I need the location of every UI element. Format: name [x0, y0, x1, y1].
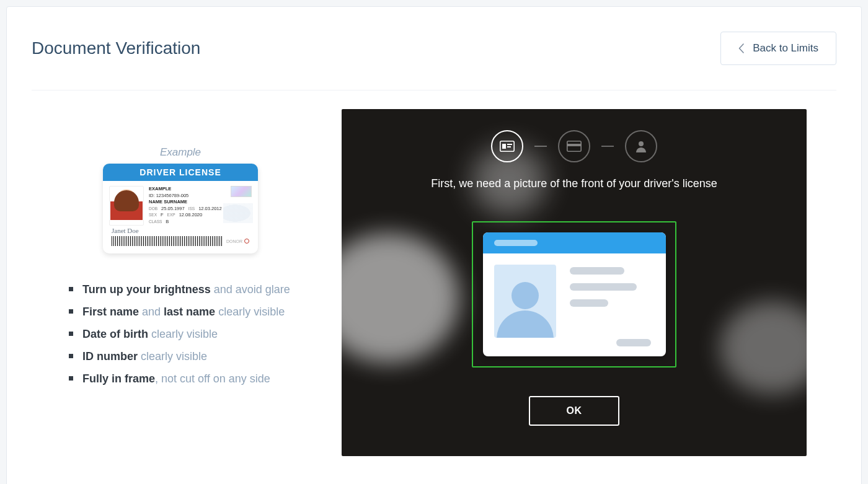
content: Example DRIVER LICENSE EXAMPLE ID: 12345…: [32, 109, 836, 456]
step-selfie[interactable]: [625, 130, 657, 162]
dl-donor: DONOR: [226, 239, 249, 244]
person-icon: [635, 140, 647, 152]
dl-exp-label: EXP: [167, 212, 175, 219]
id-card-back-icon: [567, 141, 582, 152]
svg-rect-5: [567, 144, 581, 146]
dl-exp: 12.08.2020: [179, 212, 203, 219]
dl-title: DRIVER LICENSE: [103, 164, 258, 181]
page-title: Document Verification: [32, 38, 200, 58]
camera-panel: First, we need a picture of the front of…: [342, 109, 807, 456]
id-card-front-icon: [500, 141, 515, 152]
tip-item: Fully in frame, not cut off on any side: [69, 367, 329, 390]
dl-class: B: [166, 219, 169, 226]
dl-id: ID: 123456789-005: [149, 193, 222, 200]
dl-sex-label: SEX: [149, 212, 157, 219]
tip-item: Date of birth clearly visible: [69, 323, 329, 345]
dl-dob: 25.05.1997: [161, 206, 185, 213]
dl-class-label: CLASS: [149, 219, 162, 226]
back-button-label: Back to Limits: [753, 42, 818, 55]
tip-item: ID number clearly visible: [69, 345, 329, 367]
dl-iss: 12.03.2012: [198, 206, 222, 213]
stepper: [491, 130, 657, 162]
dl-info: EXAMPLE ID: 123456789-005 NAME SURNAME D…: [149, 186, 222, 226]
example-column: Example DRIVER LICENSE EXAMPLE ID: 12345…: [32, 109, 329, 456]
dl-example-label: EXAMPLE: [149, 186, 222, 193]
avatar-placeholder-icon: [494, 265, 556, 338]
svg-point-6: [639, 141, 644, 146]
donor-dot-icon: [244, 239, 249, 244]
dl-dob-label: DOB: [149, 206, 157, 213]
step-back-id[interactable]: [558, 130, 590, 162]
ok-button[interactable]: OK: [529, 396, 619, 426]
back-to-limits-button[interactable]: Back to Limits: [720, 32, 836, 65]
svg-rect-3: [507, 146, 511, 147]
svg-rect-1: [502, 144, 506, 149]
svg-rect-2: [507, 144, 512, 145]
tip-item: First name and last name clearly visible: [69, 301, 329, 323]
tips-list: Turn up your brightness and avoid glare …: [32, 278, 329, 390]
capture-frame: [472, 221, 676, 367]
verification-card: Document Verification Back to Limits Exa…: [6, 6, 862, 484]
portrait-icon: [109, 186, 144, 226]
dl-name: NAME SURNAME: [149, 199, 222, 206]
step-connector: [601, 146, 614, 147]
chevron-left-icon: [738, 43, 744, 53]
step-front-id[interactable]: [491, 130, 523, 162]
dl-iss-label: ISS: [188, 206, 195, 213]
barcode-icon: [112, 236, 223, 246]
step-connector: [534, 146, 547, 147]
example-driver-license: DRIVER LICENSE EXAMPLE ID: 123456789-005…: [103, 164, 258, 253]
hologram-icon: [231, 186, 252, 197]
world-map-icon: [223, 203, 253, 223]
tip-item: Turn up your brightness and avoid glare: [69, 278, 329, 301]
camera-instruction: First, we need a picture of the front of…: [431, 177, 717, 190]
dl-signature: Janet Doe: [109, 226, 252, 236]
dl-sex: F: [161, 212, 164, 219]
example-label: Example: [32, 146, 329, 159]
header: Document Verification Back to Limits: [32, 32, 836, 90]
id-card-placeholder: [483, 232, 666, 356]
